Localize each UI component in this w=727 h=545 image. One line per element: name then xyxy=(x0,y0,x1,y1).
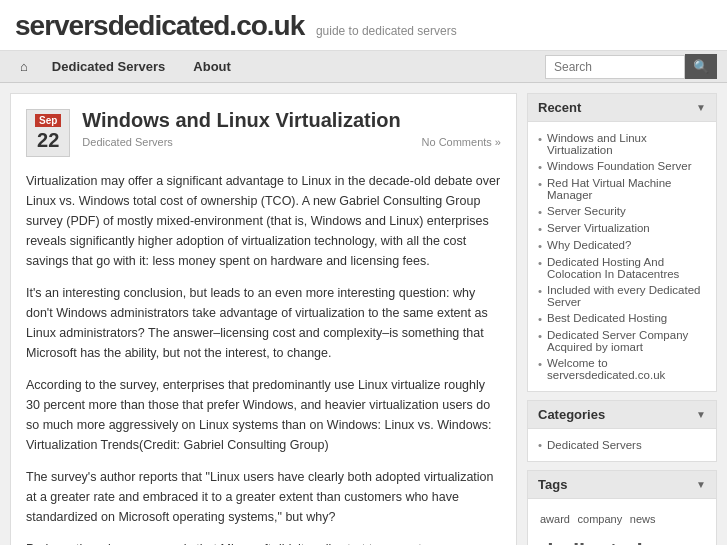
categories-header: Categories ▼ xyxy=(528,401,716,429)
search-area: 🔍 xyxy=(545,54,717,79)
recent-list: Windows and Linux VirtualizationWindows … xyxy=(538,130,706,383)
article-comments: No Comments » xyxy=(422,136,501,148)
recent-list-item[interactable]: Welcome to serversdedicated.co.uk xyxy=(538,355,706,383)
tag-item[interactable]: award xyxy=(540,510,570,530)
categories-arrow: ▼ xyxy=(696,409,706,420)
article-p5: Perhaps the primary reason is that Micro… xyxy=(26,539,501,545)
tag-item[interactable]: company xyxy=(578,510,623,530)
article-p3: According to the survey, enterprises tha… xyxy=(26,375,501,455)
article-category: Dedicated Servers xyxy=(82,136,173,148)
tags-label: Tags xyxy=(538,477,567,492)
recent-header: Recent ▼ xyxy=(528,94,716,122)
categories-list: Dedicated Servers xyxy=(538,437,706,453)
recent-list-item[interactable]: Why Dedicated? xyxy=(538,237,706,254)
recent-list-item[interactable]: Windows Foundation Server xyxy=(538,158,706,175)
tags-arrow: ▼ xyxy=(696,479,706,490)
tag-item[interactable]: news xyxy=(630,510,656,530)
tags-widget: Tags ▼ award company news dedicated serv… xyxy=(527,470,717,545)
article-date-day: 22 xyxy=(35,129,61,152)
site-tagline: guide to dedicated servers xyxy=(316,24,457,38)
tags-header: Tags ▼ xyxy=(528,471,716,499)
recent-body: Windows and Linux VirtualizationWindows … xyxy=(528,122,716,391)
recent-list-item[interactable]: Included with every Dedicated Server xyxy=(538,282,706,310)
categories-body: Dedicated Servers xyxy=(528,429,716,461)
article-body: Virtualization may offer a significant a… xyxy=(26,171,501,545)
recent-list-item[interactable]: Server Virtualization xyxy=(538,220,706,237)
recent-list-item[interactable]: Dedicated Server Company Acquired by iom… xyxy=(538,327,706,355)
recent-widget: Recent ▼ Windows and Linux Virtualizatio… xyxy=(527,93,717,392)
site-title: serversdedicated.co.uk xyxy=(15,10,304,41)
content-area: Sep 22 Windows and Linux Virtualization … xyxy=(0,83,727,545)
recent-list-item[interactable]: Best Dedicated Hosting xyxy=(538,310,706,327)
recent-list-item[interactable]: Server Security xyxy=(538,203,706,220)
article-date: Sep 22 xyxy=(26,109,70,157)
search-button[interactable]: 🔍 xyxy=(685,54,717,79)
tag-item[interactable]: dedicated server xyxy=(540,532,704,545)
site-header: serversdedicated.co.uk guide to dedicate… xyxy=(0,0,727,51)
article-p1: Virtualization may offer a significant a… xyxy=(26,171,501,271)
article-meta: Dedicated Servers No Comments » xyxy=(82,136,501,148)
recent-label: Recent xyxy=(538,100,581,115)
sidebar: Recent ▼ Windows and Linux Virtualizatio… xyxy=(527,93,717,545)
nav-about[interactable]: About xyxy=(179,51,245,82)
home-icon[interactable]: ⌂ xyxy=(10,51,38,82)
main-content: Sep 22 Windows and Linux Virtualization … xyxy=(10,93,517,545)
article-p2: It's an interesting conclusion, but lead… xyxy=(26,283,501,363)
tags-area: award company news dedicated server dedi… xyxy=(528,499,716,545)
category-list-item[interactable]: Dedicated Servers xyxy=(538,437,706,453)
recent-arrow: ▼ xyxy=(696,102,706,113)
article-title: Windows and Linux Virtualization xyxy=(82,109,501,132)
article-date-month: Sep xyxy=(35,114,61,127)
categories-label: Categories xyxy=(538,407,605,422)
recent-list-item[interactable]: Dedicated Hosting And Colocation In Data… xyxy=(538,254,706,282)
search-input[interactable] xyxy=(545,55,685,79)
nav-dedicated-servers[interactable]: Dedicated Servers xyxy=(38,51,179,82)
categories-widget: Categories ▼ Dedicated Servers xyxy=(527,400,717,462)
article-p4: The survey's author reports that "Linux … xyxy=(26,467,501,527)
recent-list-item[interactable]: Red Hat Virtual Machine Manager xyxy=(538,175,706,203)
main-nav: ⌂ Dedicated Servers About 🔍 xyxy=(0,51,727,83)
recent-list-item[interactable]: Windows and Linux Virtualization xyxy=(538,130,706,158)
